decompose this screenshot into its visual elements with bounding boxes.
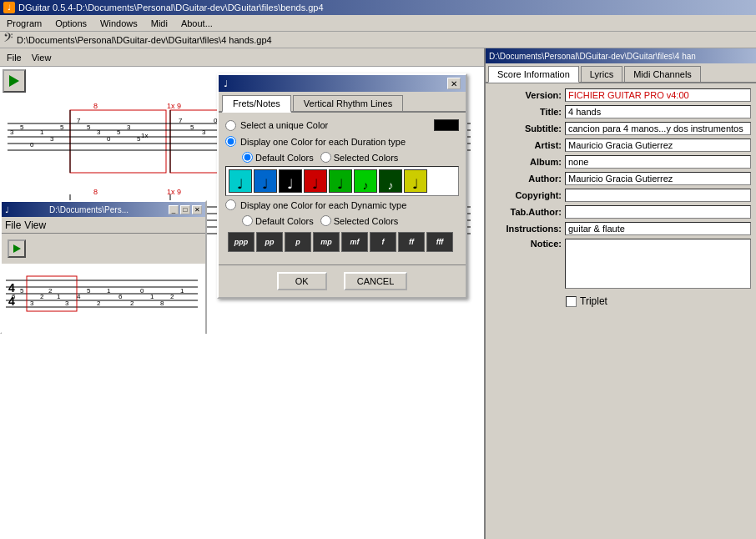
dialog-content: Select a unique Color Display one Color …	[219, 113, 466, 264]
dialog-buttons: OK CANCEL	[219, 264, 466, 297]
color-options-row: Default Colors Selected Colors	[242, 152, 459, 163]
dynamic-selected-radio[interactable]	[320, 215, 331, 226]
dynamic-default-option: Default Colors	[242, 215, 314, 226]
dynamic-selected-option: Selected Colors	[320, 215, 399, 226]
default-colors-label: Default Colors	[255, 153, 314, 163]
unique-color-swatch[interactable]	[434, 119, 459, 131]
duration-color-label: Display one Color for each Duration type	[240, 137, 406, 147]
dynamic-color-radio[interactable]	[225, 199, 236, 210]
swatch-0[interactable]: ♩	[229, 169, 252, 193]
dynamic-options-row: Default Colors Selected Colors	[242, 215, 459, 226]
dyn-swatch-5[interactable]: f	[370, 232, 396, 252]
dialog-overlay: ♩ ✕ Frets/Notes Vertical Rhythm Lines Se…	[0, 0, 756, 539]
swatch-3[interactable]: ♩	[304, 169, 327, 193]
dyn-swatch-6[interactable]: ff	[398, 232, 425, 252]
dialog-title-icon: ♩	[224, 78, 228, 89]
dynamic-swatches: ppp pp p mp mf f ff fff	[225, 229, 459, 254]
swatch-1[interactable]: ♩	[254, 169, 277, 193]
cancel-button[interactable]: CANCEL	[344, 272, 408, 290]
dialog-tab-rhythm[interactable]: Vertical Rhythm Lines	[293, 95, 403, 111]
duration-color-row: Display one Color for each Duration type	[225, 136, 459, 147]
dynamic-default-label: Default Colors	[255, 216, 314, 226]
unique-color-label: Select a unique Color	[240, 120, 328, 130]
dynamic-color-label: Display one Color for each Dynamic type	[240, 200, 406, 210]
dyn-swatch-2[interactable]: p	[285, 232, 311, 252]
unique-color-radio[interactable]	[225, 120, 236, 131]
duration-color-radio[interactable]	[225, 136, 236, 147]
dialog-title-bar: ♩ ✕	[219, 75, 466, 92]
dialog-tab-frets[interactable]: Frets/Notes	[222, 95, 291, 113]
swatch-7[interactable]: ♩	[404, 169, 427, 193]
color-dialog: ♩ ✕ Frets/Notes Vertical Rhythm Lines Se…	[217, 73, 467, 299]
unique-color-row: Select a unique Color	[225, 119, 459, 131]
dialog-close-button[interactable]: ✕	[447, 78, 461, 89]
dyn-swatch-1[interactable]: pp	[256, 232, 283, 252]
swatch-4[interactable]: ♩	[329, 169, 352, 193]
dialog-tabs: Frets/Notes Vertical Rhythm Lines	[219, 92, 466, 113]
swatch-6[interactable]: ♪	[379, 169, 402, 193]
ok-button[interactable]: OK	[277, 272, 327, 290]
dynamic-color-row: Display one Color for each Dynamic type	[225, 199, 459, 210]
swatch-2[interactable]: ♩	[279, 169, 302, 193]
selected-colors-radio[interactable]	[320, 152, 331, 163]
dyn-swatch-7[interactable]: fff	[426, 232, 453, 252]
dyn-swatch-0[interactable]: ppp	[228, 232, 255, 252]
default-colors-option: Default Colors	[242, 152, 314, 163]
swatch-5[interactable]: ♪	[354, 169, 377, 193]
dyn-swatch-4[interactable]: mf	[341, 232, 368, 252]
color-swatches: ♩ ♩ ♩ ♩ ♩ ♪ ♪	[225, 166, 459, 196]
selected-colors-label: Selected Colors	[334, 153, 399, 163]
dynamic-selected-label: Selected Colors	[334, 216, 399, 226]
selected-colors-option: Selected Colors	[320, 152, 399, 163]
dynamic-default-radio[interactable]	[242, 215, 253, 226]
default-colors-radio[interactable]	[242, 152, 253, 163]
dyn-swatch-3[interactable]: mp	[313, 232, 340, 252]
